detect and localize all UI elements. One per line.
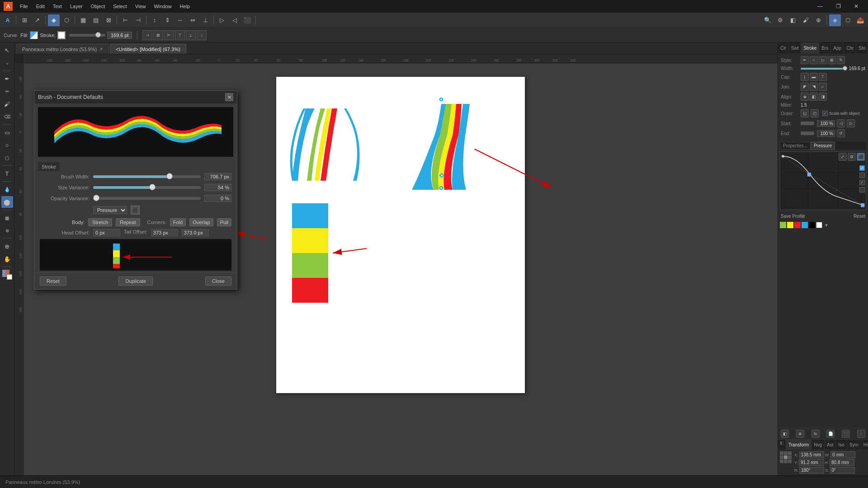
align-left[interactable]: ⊣: [142, 30, 152, 40]
tool-brush-lib[interactable]: 🖌: [800, 14, 811, 26]
tool-snap4[interactable]: ⇔: [187, 14, 198, 26]
grid-cell-3[interactable]: [788, 451, 792, 455]
tool-ellipse[interactable]: ○: [1, 139, 13, 151]
close-button[interactable]: ✕: [848, 0, 864, 13]
style-btn-1[interactable]: ✒: [801, 56, 809, 64]
minimize-button[interactable]: —: [812, 0, 828, 13]
close-btn[interactable]: Close: [205, 277, 231, 286]
pressure-checkerboard[interactable]: ⬛: [131, 206, 140, 215]
order-btn-2[interactable]: ◰: [811, 109, 819, 117]
canvas-shape-2[interactable]: [403, 99, 480, 199]
reset-button[interactable]: Reset: [854, 214, 865, 219]
tool-settings[interactable]: ⚙: [774, 14, 786, 26]
tool-transform3[interactable]: ⬛: [241, 14, 253, 26]
swatch-yellow[interactable]: [787, 222, 793, 228]
layers-add[interactable]: ⊕: [796, 430, 804, 438]
tab-untitled[interactable]: <Untitled> [Modified] (67.3%): [110, 44, 186, 54]
tool-text[interactable]: T: [1, 168, 13, 179]
style-btn-3[interactable]: ▷: [819, 56, 827, 64]
size-variance-slider[interactable]: [93, 186, 201, 189]
graph-palette[interactable]: ⬛: [857, 153, 865, 161]
grid-cell-9[interactable]: [788, 460, 792, 463]
style-btn-5[interactable]: ✎: [837, 56, 845, 64]
tool-search[interactable]: 🔍: [762, 14, 774, 26]
end-preview[interactable]: [801, 131, 814, 135]
grid-cell-8[interactable]: [784, 460, 788, 463]
start-arrow-right[interactable]: ▷: [847, 119, 855, 127]
head-offset-input[interactable]: [93, 229, 120, 236]
opacity-variance-slider[interactable]: [93, 197, 201, 200]
tool-gradient[interactable]: ▦: [1, 212, 13, 224]
swatch-dropdown[interactable]: ▼: [824, 223, 828, 228]
graph-check-2[interactable]: [859, 173, 865, 178]
cap-btn-2[interactable]: ▬: [810, 73, 818, 81]
menu-object[interactable]: Object: [87, 3, 108, 10]
tool-fill[interactable]: ⬤: [1, 196, 13, 208]
layers-doc[interactable]: 📄: [826, 430, 835, 438]
tool-layers[interactable]: ◧: [787, 14, 799, 26]
menu-file[interactable]: File: [16, 3, 32, 10]
canvas-shape-3[interactable]: [290, 203, 330, 303]
transform-grid-selector[interactable]: [780, 451, 792, 463]
tool-transform2[interactable]: ◁: [229, 14, 241, 26]
cap-btn-3[interactable]: ⊤: [819, 73, 827, 81]
color-selector[interactable]: [2, 270, 12, 280]
order-btn-1[interactable]: ◱: [801, 109, 809, 117]
layers-fx[interactable]: fx: [811, 430, 820, 438]
swatch-green[interactable]: [780, 222, 786, 228]
layers-icon[interactable]: ◧: [781, 430, 789, 438]
transform-tab-ast[interactable]: Ast: [825, 440, 836, 450]
menu-edit[interactable]: Edit: [33, 3, 48, 10]
size-variance-value[interactable]: [204, 184, 231, 191]
transform-tab-sym[interactable]: Sym: [847, 440, 861, 450]
tool-pen[interactable]: ✒: [1, 73, 13, 84]
align-bottom[interactable]: ↕: [197, 30, 207, 40]
tool-rounded-rect[interactable]: ▢: [1, 152, 13, 164]
join-btn-1[interactable]: ◤: [801, 83, 809, 91]
dialog-close-button[interactable]: ✕: [225, 93, 233, 101]
tool-zoom[interactable]: ⊕: [1, 240, 13, 252]
grid-cell-5[interactable]: [784, 455, 788, 459]
width-slider[interactable]: [801, 68, 847, 70]
tool-paint-brush[interactable]: 🖌: [1, 98, 13, 110]
tool-rect[interactable]: ▭: [1, 127, 13, 138]
swatch-red[interactable]: [794, 222, 801, 228]
transform-tab-iso[interactable]: Iso: [836, 440, 847, 450]
align-center[interactable]: ⊠: [153, 30, 163, 40]
swatch-black[interactable]: [809, 222, 815, 228]
tool-select[interactable]: ↖: [1, 44, 13, 56]
swatch-blue[interactable]: [802, 222, 808, 228]
tool-affinity-persona[interactable]: A: [2, 14, 14, 26]
graph-expand[interactable]: ⤢: [839, 153, 847, 161]
layers-mask[interactable]: ⬛: [842, 430, 850, 438]
style-btn-4[interactable]: ⊠: [828, 56, 836, 64]
tool-align1[interactable]: ⊢: [119, 14, 131, 26]
cap-btn-1[interactable]: |: [801, 73, 809, 81]
tool-snap2[interactable]: ⇕: [161, 14, 173, 26]
menu-view[interactable]: View: [132, 3, 150, 10]
tool-pencil[interactable]: ✏: [1, 85, 13, 97]
right-tab-clr[interactable]: Clr: [778, 42, 789, 53]
tool-share[interactable]: ↗: [31, 14, 43, 26]
opacity-variance-value[interactable]: [204, 195, 231, 202]
style-btn-2[interactable]: ○: [810, 56, 818, 64]
tool-persona-pix[interactable]: ⬡: [842, 14, 854, 26]
tool-eyedropper[interactable]: 💧: [1, 183, 13, 195]
right-tab-stroke[interactable]: Stroke: [801, 42, 819, 53]
body-repeat-btn[interactable]: Repeat: [116, 218, 140, 226]
s-input[interactable]: [830, 467, 855, 474]
tool-node[interactable]: ⬦: [1, 57, 13, 69]
join-btn-3[interactable]: ⌐: [819, 83, 827, 91]
graph-check-4[interactable]: [859, 187, 865, 192]
tool-snap5[interactable]: ⊥: [199, 14, 211, 26]
stroke-swatch[interactable]: [57, 31, 66, 39]
grid-cell-6[interactable]: [788, 455, 792, 459]
align-top[interactable]: ⊤: [175, 30, 185, 40]
transform-tab-icon[interactable]: ◧: [778, 440, 786, 450]
swatch-white[interactable]: [816, 222, 822, 228]
reset-btn[interactable]: Reset: [40, 277, 66, 286]
tail-offset-input-2[interactable]: [182, 229, 209, 236]
transform-tab-transform[interactable]: Transform: [786, 440, 811, 450]
start-arrow-left[interactable]: ◁: [837, 119, 845, 127]
h-input[interactable]: [830, 459, 854, 466]
